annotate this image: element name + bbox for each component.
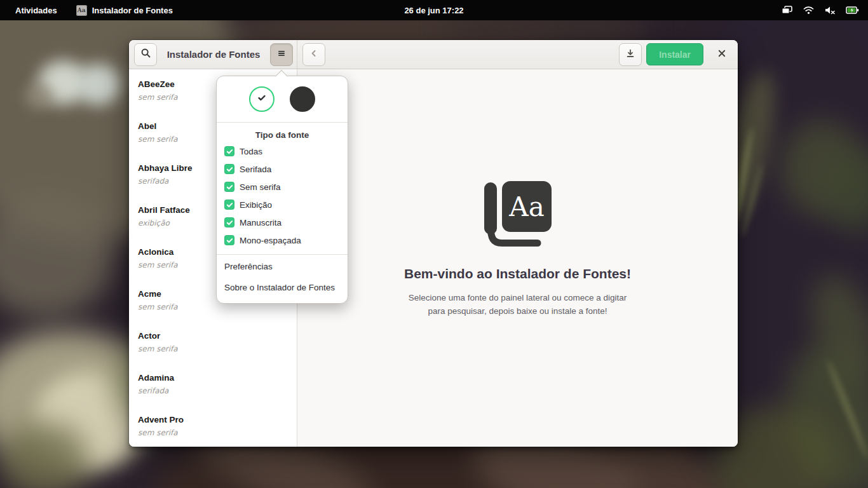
headerbar-right-pane: Instalar xyxy=(297,40,738,69)
system-status-area[interactable] xyxy=(782,0,868,20)
theme-dark-button[interactable] xyxy=(290,86,315,112)
search-button[interactable] xyxy=(134,43,157,66)
gnome-top-bar: Atividades Aa Instalador de Fontes 26 de… xyxy=(0,0,868,20)
clock-button[interactable]: 26 de jun 17:22 xyxy=(404,0,463,20)
welcome-title: Bem-vindo ao Instalador de Fontes! xyxy=(404,266,631,281)
volume-muted-icon xyxy=(824,6,836,15)
checkbox-checked-icon[interactable] xyxy=(224,182,234,192)
font-name: Actor xyxy=(138,331,288,341)
headerbar-left-pane: Instalador de Fontes xyxy=(129,40,297,69)
checkbox-checked-icon[interactable] xyxy=(224,164,234,174)
font-category: sem serifa xyxy=(138,344,288,353)
popover-separator xyxy=(217,122,348,123)
wifi-icon xyxy=(803,6,814,15)
activities-button[interactable]: Atividades xyxy=(0,0,69,20)
screen-mirror-icon xyxy=(782,6,793,15)
welcome-subtitle-line2: para pesquisar, depois baixe ou instale … xyxy=(404,304,631,318)
primary-menu-button[interactable] xyxy=(270,43,293,66)
app-book-icon: Aa xyxy=(76,5,87,16)
filter-mono-espacada[interactable]: Mono-espaçada xyxy=(217,231,348,249)
theme-selector xyxy=(217,76,348,121)
font-type-section-title: Tipo da fonte xyxy=(217,124,348,142)
close-button[interactable] xyxy=(712,45,731,64)
checkbox-checked-icon[interactable] xyxy=(224,217,234,227)
search-icon xyxy=(140,48,151,61)
font-list-item[interactable]: Actor sem serifa xyxy=(129,321,297,363)
font-category: serifada xyxy=(138,386,288,395)
close-icon xyxy=(717,49,726,60)
welcome-subtitle: Selecione uma fonte do painel lateral ou… xyxy=(404,291,631,318)
install-button[interactable]: Instalar xyxy=(646,43,703,65)
checkbox-checked-icon[interactable] xyxy=(224,146,234,156)
primary-menu-popover: Tipo da fonte Todas Serifada Sem serifa … xyxy=(216,76,348,304)
filter-label: Mono-espaçada xyxy=(240,236,301,245)
checkbox-checked-icon[interactable] xyxy=(224,235,234,245)
filter-exibicao[interactable]: Exibição xyxy=(217,196,348,214)
back-button[interactable] xyxy=(302,43,325,66)
headerbar: Instalador de Fontes xyxy=(129,40,738,69)
filter-label: Todas xyxy=(240,147,262,156)
popover-separator xyxy=(217,254,348,255)
checkbox-checked-icon[interactable] xyxy=(224,200,234,210)
filter-todas[interactable]: Todas xyxy=(217,142,348,160)
filter-label: Exibição xyxy=(240,200,272,210)
filter-label: Sem serifa xyxy=(240,182,281,192)
welcome-subtitle-line1: Selecione uma fonte do painel lateral ou… xyxy=(404,291,631,304)
app-menu-button[interactable]: Aa Instalador de Fontes xyxy=(69,0,180,20)
check-icon xyxy=(257,93,267,105)
filter-label: Manuscrita xyxy=(240,218,281,227)
font-list-item[interactable]: Adamina serifada xyxy=(129,363,297,405)
chevron-left-icon xyxy=(309,48,319,61)
font-category: sem serifa xyxy=(138,302,288,311)
font-book-icon: Aa xyxy=(482,181,553,250)
hamburger-menu-icon xyxy=(276,48,287,61)
window-title: Instalador de Fontes xyxy=(157,49,270,60)
battery-charging-icon xyxy=(846,6,859,15)
filter-sem-serifa[interactable]: Sem serifa xyxy=(217,178,348,196)
app-menu-label: Instalador de Fontes xyxy=(92,6,173,15)
menu-item-preferences[interactable]: Preferências xyxy=(217,256,348,277)
font-name: Advent Pro xyxy=(138,415,288,424)
download-button[interactable] xyxy=(619,43,642,66)
menu-item-about[interactable]: Sobre o Instalador de Fontes xyxy=(217,277,348,298)
filter-manuscrita[interactable]: Manuscrita xyxy=(217,214,348,231)
font-category: sem serifa xyxy=(138,428,288,437)
filter-label: Serifada xyxy=(240,165,271,174)
font-name: Adamina xyxy=(138,373,288,383)
welcome-panel: Aa Bem-vindo ao Instalador de Fontes! Se… xyxy=(404,181,631,318)
svg-text:Aa: Aa xyxy=(509,191,545,222)
font-list-item[interactable]: Advent Pro sem serifa xyxy=(129,405,297,447)
filter-serifada[interactable]: Serifada xyxy=(217,160,348,178)
download-icon xyxy=(625,48,635,61)
main-content: Aa Bem-vindo ao Instalador de Fontes! Se… xyxy=(297,69,738,447)
theme-light-button[interactable] xyxy=(249,86,275,112)
